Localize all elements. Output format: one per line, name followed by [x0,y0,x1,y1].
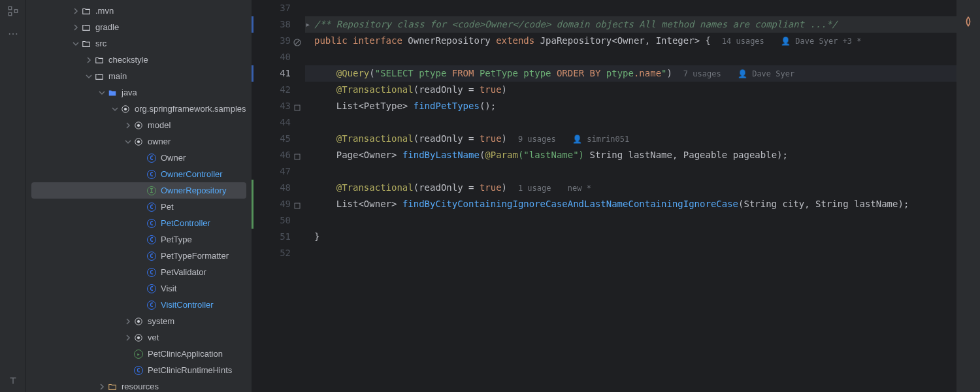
author-hint[interactable]: 👤 Dave Syer +3 * [781,37,861,46]
class-icon: C [146,235,157,245]
chevron-down-icon [71,39,81,49]
class-icon: C [146,153,157,163]
tree-package-system[interactable]: system [26,313,252,329]
tree-label: Visit [161,284,176,293]
tree-folder-src[interactable]: src [26,35,252,52]
code-editor[interactable]: 37 38 39 40 41 42 43 44 45 46 47 48 49 5… [252,0,956,392]
svg-point-6 [137,124,140,127]
tree-folder-checkstyle[interactable]: checkstyle [26,52,252,68]
code-line[interactable]: List<Owner> findByCityContainingIgnoreCa… [305,196,956,212]
svg-rect-1 [8,12,12,16]
folder-icon [94,55,105,65]
tree-label: PetTypeFormatter [161,251,229,261]
tree-file-owner[interactable]: C Owner [26,150,252,166]
svg-rect-2 [14,10,18,13]
tree-package[interactable]: org.springframework.samples [26,101,252,117]
tree-label: Pet [161,202,174,212]
code-line[interactable]: public interface OwnerRepository extends… [305,33,956,49]
chevron-down-icon [110,104,120,114]
implementations-icon[interactable] [293,101,301,108]
tree-package-owner[interactable]: owner [26,133,252,150]
chevron-right-icon [71,22,81,33]
class-icon: C [146,267,157,278]
line-number: 44 [280,117,291,127]
tree-label: PetClinicApplication [148,349,223,359]
code-line[interactable]: @Transactional(readOnly = true) 1 usage … [305,180,956,196]
suppress-icon[interactable] [293,35,301,43]
usages-hint[interactable]: 14 usages [722,37,764,46]
tree-file-pet[interactable]: C Pet [26,199,252,215]
svg-point-4 [124,108,127,110]
structure-icon[interactable] [7,5,19,17]
usages-hint[interactable]: 9 usages [518,135,556,144]
tree-label: Owner [161,153,186,163]
tree-file-ownercontroller[interactable]: C OwnerController [26,166,252,182]
tree-package-vet[interactable]: vet [26,329,252,346]
tree-label: OwnerController [161,169,223,179]
package-icon [133,333,144,343]
svg-line-14 [295,41,299,44]
tree-folder-mvn[interactable]: .mvn [26,3,252,19]
code-line[interactable]: ▸/** Repository class for <code>Owner</c… [305,16,956,33]
tree-file-petclinicapp[interactable]: ▸ PetClinicApplication [26,346,252,362]
tree-folder-resources[interactable]: resources [26,378,252,392]
tree-label: PetType [161,235,192,244]
tree-folder-gradle[interactable]: gradle [26,19,252,35]
code-line[interactable]: @Query("SELECT ptype FROM PetType ptype … [305,65,956,82]
class-icon: C [146,218,157,229]
class-icon: C [146,169,157,180]
fold-arrow-icon[interactable]: ▸ [305,16,314,33]
author-hint[interactable]: 👤 simrin051 [572,135,629,144]
tree-file-petcontroller[interactable]: C PetController [26,215,252,231]
line-number: 50 [280,215,291,225]
tree-file-visitcontroller[interactable]: C VisitController [26,297,252,313]
code-line[interactable]: } [305,229,956,245]
usages-hint[interactable]: 1 usage [518,184,551,193]
implementations-icon[interactable] [293,150,301,157]
code-line[interactable]: @Transactional(readOnly = true) 9 usages… [305,131,956,147]
svg-point-12 [137,336,140,339]
line-number: 40 [280,52,291,62]
chevron-down-icon [97,88,107,98]
project-tree[interactable]: .mvn gradle src checkstyle main java org… [26,0,252,392]
tree-file-ownerrepository[interactable]: I OwnerRepository [31,182,246,199]
line-number: 52 [280,248,291,258]
svg-rect-16 [295,154,300,159]
text-tool-icon[interactable] [7,375,19,387]
tree-file-petvalidator[interactable]: C PetValidator [26,264,252,280]
author-hint[interactable]: 👤 Dave Syer [738,69,794,78]
vcs-hint[interactable]: new * [568,184,591,193]
code-line[interactable]: Page<Owner> findByLastName(@Param("lastN… [305,147,956,163]
runnable-class-icon: ▸ [133,349,144,359]
interface-icon: I [146,186,157,196]
tree-file-visit[interactable]: C Visit [26,280,252,297]
tree-label: system [148,316,174,326]
chevron-down-icon [84,71,94,82]
tree-label: vet [148,333,159,342]
code-area[interactable]: ▸/** Repository class for <code>Owner</c… [302,0,956,392]
javadoc-comment: /** Repository class for <code>Owner</co… [314,19,838,29]
line-number: 38 [280,19,291,29]
line-number: 48 [280,182,291,193]
tree-package-model[interactable]: model [26,117,252,133]
tree-label: PetClinicRuntimeHints [148,365,232,375]
tree-file-pettype[interactable]: C PetType [26,231,252,248]
more-icon[interactable]: ⋯ [7,27,19,39]
tree-folder-main[interactable]: main [26,68,252,84]
implementations-icon[interactable] [293,199,301,206]
problems-icon[interactable] [962,16,974,27]
tree-file-pettypeformatter[interactable]: C PetTypeFormatter [26,248,252,264]
class-icon: C [146,202,157,212]
line-number: 46 [280,150,291,160]
code-line[interactable]: @Transactional(readOnly = true) [305,82,956,98]
line-number: 49 [280,199,291,209]
tree-file-petclinichints[interactable]: C PetClinicRuntimeHints [26,362,252,378]
usages-hint[interactable]: 7 usages [683,69,721,78]
tree-folder-java[interactable]: java [26,84,252,101]
code-line[interactable]: List<PetType> findPetTypes(); [305,98,956,114]
package-icon [133,316,144,327]
tree-label: PetController [161,218,210,228]
folder-icon [81,39,91,49]
right-tool-rail [956,0,980,392]
line-number: 39 [280,35,291,46]
